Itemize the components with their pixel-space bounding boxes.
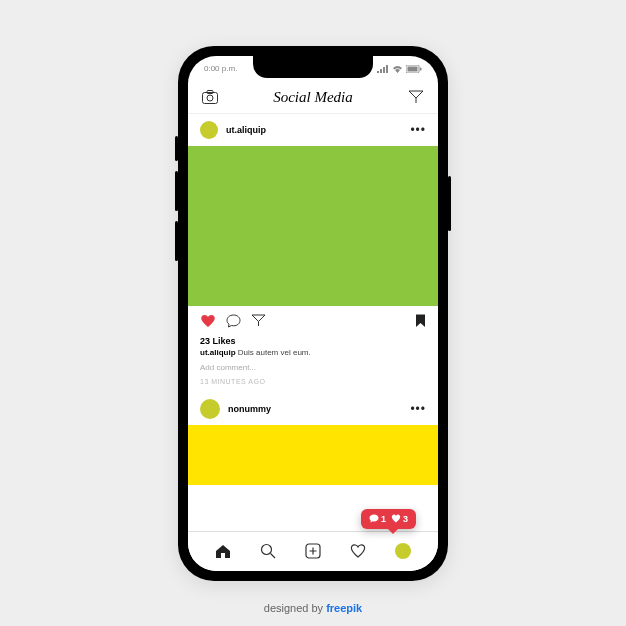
comment-button[interactable] [226,314,241,328]
home-tab[interactable] [215,544,231,559]
comment-icon [369,514,379,523]
action-row [188,306,438,336]
post-timestamp: 13 MINUTES AGO [188,376,438,393]
svg-rect-1 [380,69,382,73]
svg-rect-5 [408,66,418,71]
power-button [448,176,451,231]
svg-point-8 [207,95,213,101]
more-icon[interactable]: ••• [410,123,426,137]
bookmark-button[interactable] [415,314,426,328]
status-right [377,65,422,73]
caption-username[interactable]: ut.aliquip [200,348,236,357]
caption-text: Duis autem vel eum. [238,348,311,357]
attribution: designed by freepik [264,602,362,614]
send-icon[interactable] [408,90,424,104]
svg-rect-0 [377,71,379,73]
wifi-icon [392,65,403,73]
svg-line-11 [270,554,275,559]
volume-up-button [175,171,178,211]
search-tab[interactable] [260,543,276,559]
post-header: nonummy ••• [188,393,438,425]
post-image[interactable] [188,146,438,306]
status-time: 0:00 p.m. [204,64,237,73]
app-header: Social Media [188,82,438,114]
post-image[interactable] [188,425,438,485]
svg-rect-6 [420,67,422,70]
bottom-nav [188,531,438,571]
post-header: ut.aliquip ••• [188,114,438,146]
phone-frame: 0:00 p.m. Social Media ut.aliquip ••• [178,46,448,581]
avatar[interactable] [200,121,218,139]
notif-like-count: 3 [403,514,408,524]
camera-icon[interactable] [202,90,218,104]
more-icon[interactable]: ••• [410,402,426,416]
profile-tab[interactable] [395,543,411,559]
svg-rect-7 [203,93,218,104]
notification-badge[interactable]: 1 3 [361,509,416,529]
share-button[interactable] [251,314,266,327]
heart-icon [391,514,401,523]
screen: 0:00 p.m. Social Media ut.aliquip ••• [188,56,438,571]
svg-point-10 [261,545,271,555]
side-button [175,136,178,161]
volume-down-button [175,221,178,261]
avatar[interactable] [200,399,220,419]
add-post-tab[interactable] [305,543,321,559]
comment-input[interactable]: Add comment... [188,359,438,376]
notch [253,56,373,78]
likes-count[interactable]: 23 Likes [188,336,438,346]
app-title: Social Media [273,89,353,106]
like-button[interactable] [200,314,216,328]
brand-name: freepik [326,602,362,614]
notif-comment-count: 1 [381,514,386,524]
post-caption: ut.aliquip Duis autem vel eum. [188,346,438,359]
signal-icon [377,65,389,73]
post-username[interactable]: ut.aliquip [226,125,266,135]
post-username[interactable]: nonummy [228,404,271,414]
battery-icon [406,65,422,73]
activity-tab[interactable] [350,544,366,558]
svg-rect-2 [383,67,385,73]
svg-rect-3 [386,65,388,73]
